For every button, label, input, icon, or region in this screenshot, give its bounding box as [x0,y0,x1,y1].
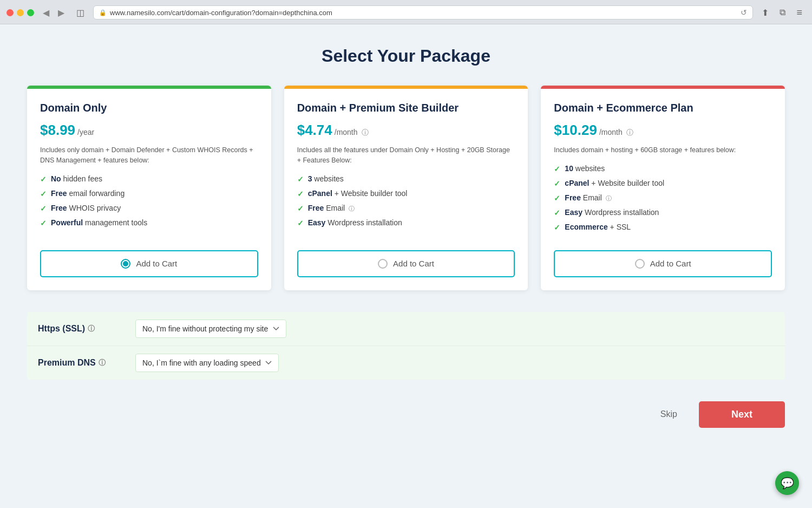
feature-bold: Free [565,193,581,202]
check-icon: ✓ [40,190,47,198]
share-button[interactable]: ⬆ [758,6,772,19]
package-card-premium-site-builder: Domain + Premium Site Builder $4.74 /mon… [284,86,528,290]
chat-widget[interactable]: 💬 [775,471,799,495]
radio-unselected-icon [378,259,388,269]
url-text: www.namesilo.com/cart/domain-configurati… [110,9,737,17]
feature-bold: Free [51,204,67,212]
add-to-cart-label-premium-site-builder: Add to Cart [393,259,434,268]
price-amount-ecommerce-plan: $10.29 [554,122,597,139]
skip-button[interactable]: Skip [650,403,688,426]
reload-button[interactable]: ↺ [741,8,747,17]
list-item: ✓ cPanel + Website builder tool [297,189,515,198]
features-list-premium-site-builder: ✓ 3 websites ✓ cPanel + Website builder … [297,174,515,237]
list-item: ✓ Free Email ⓘ [297,204,515,213]
addon-select-wrapper-premium-dns: No, I`m fine with any loading speed Yes,… [135,354,774,372]
card-description-ecommerce-plan: Includes domain + hosting + 60GB storage… [554,145,772,155]
list-item: ✓ Easy Wordpress installation [297,218,515,227]
feature-bold: Free [51,189,67,198]
addon-label-premium-dns: Premium DNS ⓘ [38,358,125,368]
browser-chrome: ◀ ▶ ◫ 🔒 www.namesilo.com/cart/domain-con… [0,0,812,24]
package-card-domain-only: Domain Only $8.99 /year Includes only do… [27,86,271,290]
nav-buttons: ◀ ▶ [40,6,68,19]
traffic-lights [6,9,34,16]
feature-info-icon[interactable]: ⓘ [349,205,355,212]
price-period-domain-only: /year [77,128,94,136]
page-title: Select Your Package [27,46,785,66]
card-price-domain-only: $8.99 /year [40,122,258,139]
radio-unselected-icon-ecommerce [635,259,645,269]
add-to-cart-button-domain-only[interactable]: Add to Cart [40,250,258,277]
addons-section: Https (SSL) ⓘ No, I'm fine without prote… [27,312,785,380]
close-button[interactable] [6,9,14,16]
check-icon: ✓ [554,165,560,173]
lock-icon: 🔒 [99,9,107,16]
price-period-ecommerce-plan: /month [599,128,623,136]
check-icon: ✓ [40,175,47,184]
fullscreen-button[interactable] [27,9,34,16]
addon-info-icon-https-ssl[interactable]: ⓘ [88,324,95,334]
next-button[interactable]: Next [699,401,785,428]
features-list-domain-only: ✓ No hidden fees ✓ Free email forwarding… [40,174,258,237]
check-icon: ✓ [554,179,560,188]
card-body-domain-only: Domain Only $8.99 /year Includes only do… [27,89,271,290]
address-bar[interactable]: 🔒 www.namesilo.com/cart/domain-configura… [93,5,753,19]
radio-selected-icon [121,259,130,269]
card-title-premium-site-builder: Domain + Premium Site Builder [297,102,515,114]
addon-select-premium-dns[interactable]: No, I`m fine with any loading speed Yes,… [135,354,279,372]
add-to-cart-button-ecommerce-plan[interactable]: Add to Cart [554,250,772,277]
feature-bold: Free [308,204,324,212]
check-icon: ✓ [554,209,560,217]
browser-actions: ⬆ ⧉ ≡ [758,6,806,19]
card-title-domain-only: Domain Only [40,102,258,114]
back-button[interactable]: ◀ [40,6,53,19]
card-price-ecommerce-plan: $10.29 /month ⓘ [554,122,772,139]
sidebar-toggle-button[interactable]: ◫ [73,6,88,19]
chat-icon: 💬 [781,477,794,490]
price-info-icon[interactable]: ⓘ [362,128,369,138]
check-icon: ✓ [297,190,304,198]
price-period-premium-site-builder: /month [335,128,358,136]
feature-bold: Easy [308,218,326,227]
check-icon: ✓ [40,204,47,213]
addon-select-https-ssl[interactable]: No, I'm fine without protecting my site … [135,320,286,338]
minimize-button[interactable] [17,9,24,16]
check-icon: ✓ [297,175,304,184]
list-item: ✓ 10 websites [554,164,772,173]
addon-label-https-ssl: Https (SSL) ⓘ [38,324,125,334]
price-amount-domain-only: $8.99 [40,122,75,139]
list-item: ✓ No hidden fees [40,174,258,184]
addon-row-https-ssl: Https (SSL) ⓘ No, I'm fine without prote… [27,312,785,346]
list-item: ✓ Easy Wordpress installation [554,208,772,217]
tab-overview-button[interactable]: ⧉ [776,6,789,19]
features-list-ecommerce-plan: ✓ 10 websites ✓ cPanel + Website builder… [554,164,772,237]
list-item: ✓ Powerful management tools [40,218,258,227]
feature-bold: 10 [565,164,573,173]
check-icon: ✓ [554,194,560,203]
add-to-cart-label-domain-only: Add to Cart [136,259,177,268]
page-content: Select Your Package Domain Only $8.99 /y… [0,24,812,508]
add-to-cart-label-ecommerce-plan: Add to Cart [650,259,691,268]
card-description-domain-only: Includes only domain + Domain Defender +… [40,145,258,166]
card-description-premium-site-builder: Includes all the features under Domain O… [297,145,515,166]
card-price-premium-site-builder: $4.74 /month ⓘ [297,122,515,139]
price-info-icon-ecommerce[interactable]: ⓘ [626,128,633,138]
list-item: ✓ Ecommerce + SSL [554,223,772,232]
list-item: ✓ Free email forwarding [40,189,258,198]
addon-info-icon-premium-dns[interactable]: ⓘ [99,358,106,368]
card-body-ecommerce-plan: Domain + Ecommerce Plan $10.29 /month ⓘ … [541,89,785,290]
feature-bold: cPanel [308,189,332,198]
feature-bold: 3 [308,174,312,183]
browser-menu-button[interactable]: ≡ [793,6,806,19]
check-icon: ✓ [554,223,560,232]
list-item: ✓ Free WHOIS privacy [40,204,258,213]
add-to-cart-button-premium-site-builder[interactable]: Add to Cart [297,250,515,277]
feature-bold: Easy [565,208,585,217]
addon-row-premium-dns: Premium DNS ⓘ No, I`m fine with any load… [27,346,785,380]
feature-info-icon[interactable]: ⓘ [606,195,612,201]
card-title-ecommerce-plan: Domain + Ecommerce Plan [554,102,772,114]
forward-button[interactable]: ▶ [55,6,68,19]
addon-select-wrapper-https-ssl: No, I'm fine without protecting my site … [135,320,774,338]
package-card-ecommerce-plan: Domain + Ecommerce Plan $10.29 /month ⓘ … [541,86,785,290]
check-icon: ✓ [297,204,304,213]
packages-container: Domain Only $8.99 /year Includes only do… [27,86,785,290]
